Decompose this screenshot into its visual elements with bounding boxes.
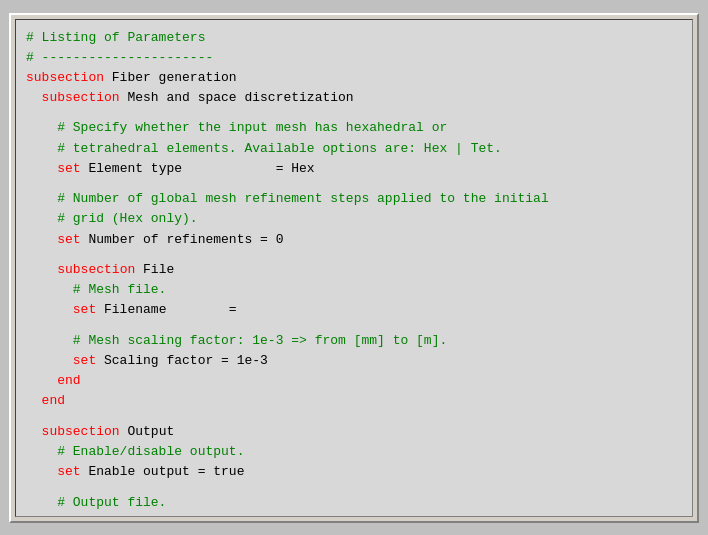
code-line: set Enable output = true [26, 462, 682, 482]
comment-token: # tetrahedral elements. Available option… [26, 141, 502, 156]
code-line: end [26, 371, 682, 391]
text-token [26, 353, 73, 368]
comment-token: # Output file. [26, 495, 166, 510]
comment-token: # Mesh scaling factor: 1e-3 => from [mm]… [26, 333, 447, 348]
keyword-token: end [42, 393, 65, 408]
code-line [26, 179, 682, 189]
text-token [26, 373, 57, 388]
keyword-token: set [57, 161, 80, 176]
text-token: Fiber generation [104, 70, 237, 85]
code-line: # ---------------------- [26, 48, 682, 68]
keyword-token: subsection [42, 424, 120, 439]
text-token [26, 393, 42, 408]
code-block: # Listing of Parameters# ---------------… [26, 28, 682, 517]
code-line: # Mesh file. [26, 280, 682, 300]
text-token: Mesh and space discretization [120, 90, 354, 105]
comment-token: # grid (Hex only). [26, 211, 198, 226]
code-line: set Scaling factor = 1e-3 [26, 351, 682, 371]
code-line: subsection Fiber generation [26, 68, 682, 88]
code-line: # Enable/disable output. [26, 442, 682, 462]
text-token [26, 90, 42, 105]
keyword-token: set [73, 302, 96, 317]
code-line: # tetrahedral elements. Available option… [26, 139, 682, 159]
keyword-token: subsection [26, 70, 104, 85]
code-line: subsection Mesh and space discretization [26, 88, 682, 108]
code-line: # Number of global mesh refinement steps… [26, 189, 682, 209]
code-window: # Listing of Parameters# ---------------… [9, 13, 699, 523]
code-line [26, 411, 682, 421]
code-line: # Output file. [26, 493, 682, 513]
code-line: set Element type = Hex [26, 159, 682, 179]
comment-token: # Mesh file. [26, 282, 166, 297]
keyword-token: end [57, 373, 80, 388]
code-line [26, 321, 682, 331]
text-token [26, 515, 57, 517]
code-line: end [26, 391, 682, 411]
text-token [26, 161, 57, 176]
keyword-token: set [57, 464, 80, 479]
code-line: set Filename = fibers [26, 513, 682, 517]
text-token: Enable output = true [81, 464, 245, 479]
keyword-token: set [57, 232, 80, 247]
text-token: Filename = [96, 302, 236, 317]
text-token [26, 262, 57, 277]
text-token: Number of refinements = 0 [81, 232, 284, 247]
text-token [26, 464, 57, 479]
code-line: # Mesh scaling factor: 1e-3 => from [mm]… [26, 331, 682, 351]
comment-token: # Specify whether the input mesh has hex… [26, 120, 447, 135]
code-line: # Specify whether the input mesh has hex… [26, 118, 682, 138]
code-line: set Number of refinements = 0 [26, 230, 682, 250]
code-line: # Listing of Parameters [26, 28, 682, 48]
text-token: Scaling factor = 1e-3 [96, 353, 268, 368]
code-line: subsection Output [26, 422, 682, 442]
code-line [26, 482, 682, 492]
keyword-token: subsection [57, 262, 135, 277]
code-line: set Filename = [26, 300, 682, 320]
code-line: subsection File [26, 260, 682, 280]
comment-token: # Listing of Parameters [26, 30, 205, 45]
text-token: Output [120, 424, 175, 439]
text-token [26, 232, 57, 247]
keyword-token: subsection [42, 90, 120, 105]
text-token [26, 424, 42, 439]
text-token: Element type = Hex [81, 161, 315, 176]
text-token: File [135, 262, 174, 277]
code-line [26, 108, 682, 118]
comment-token: # Enable/disable output. [26, 444, 244, 459]
code-line: # grid (Hex only). [26, 209, 682, 229]
text-token: Filename = fibers [81, 515, 268, 517]
comment-token: # Number of global mesh refinement steps… [26, 191, 549, 206]
text-token [26, 302, 73, 317]
keyword-token: set [57, 515, 80, 517]
comment-token: # ---------------------- [26, 50, 213, 65]
code-line [26, 250, 682, 260]
code-inner: # Listing of Parameters# ---------------… [15, 19, 693, 517]
keyword-token: set [73, 353, 96, 368]
